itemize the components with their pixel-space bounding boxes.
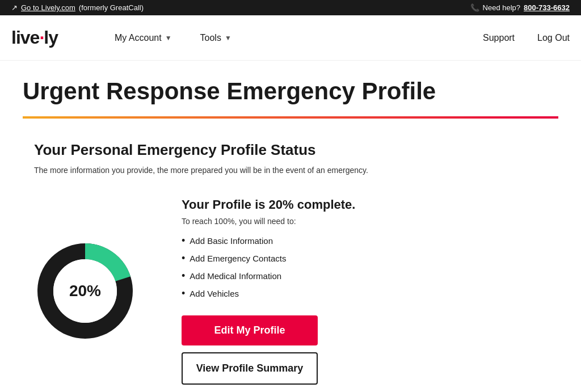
page-header: Urgent Response Emergency Profile (0, 61, 581, 119)
donut-chart: 20% (34, 240, 136, 342)
top-banner-right: 📞 Need help? 800-733-6632 (470, 3, 570, 12)
external-link-icon: ↗ (11, 3, 18, 12)
card-section-title: Your Personal Emergency Profile Status (34, 141, 547, 159)
nav-right: Support Log Out (483, 33, 570, 43)
main-card: Your Personal Emergency Profile Status T… (0, 119, 581, 392)
go-to-lively-link[interactable]: Go to Lively.com (21, 3, 75, 12)
my-account-nav[interactable]: My Account ▼ (115, 33, 172, 43)
logo[interactable]: live·ly (11, 27, 58, 48)
list-item: Add Basic Information (182, 235, 547, 247)
donut-center-label: 20% (69, 282, 101, 300)
navbar: live·ly My Account ▼ Tools ▼ Support Log… (0, 15, 581, 61)
top-banner-left: ↗ Go to Lively.com (formerly GreatCall) (11, 3, 144, 12)
profile-info: Your Profile is 20% complete. To reach 1… (182, 197, 547, 385)
edit-my-profile-button[interactable]: Edit My Profile (182, 315, 318, 345)
card-subtitle: The more information you provide, the mo… (34, 166, 547, 175)
logout-nav[interactable]: Log Out (537, 33, 570, 43)
profile-reach-text: To reach 100%, you will need to: (182, 217, 547, 226)
chevron-down-icon: ▼ (225, 34, 231, 42)
top-banner: ↗ Go to Lively.com (formerly GreatCall) … (0, 0, 581, 15)
list-item: Add Emergency Contacts (182, 252, 547, 264)
list-item: Add Vehicles (182, 288, 547, 300)
tools-nav[interactable]: Tools ▼ (200, 33, 231, 43)
formerly-text: (formerly GreatCall) (79, 3, 144, 12)
page-title: Urgent Response Emergency Profile (23, 78, 558, 116)
phone-icon: 📞 (470, 3, 479, 12)
phone-number-link[interactable]: 800-733-6632 (524, 3, 570, 12)
support-nav[interactable]: Support (483, 33, 515, 43)
chevron-down-icon: ▼ (165, 34, 172, 42)
profile-complete-title: Your Profile is 20% complete. (182, 197, 547, 212)
list-item: Add Medical Information (182, 270, 547, 282)
view-profile-summary-button[interactable]: View Profile Summary (182, 352, 318, 385)
todo-list: Add Basic Information Add Emergency Cont… (182, 235, 547, 300)
nav-links: My Account ▼ Tools ▼ (115, 33, 460, 43)
profile-status-row: 20% Your Profile is 20% complete. To rea… (34, 197, 547, 385)
need-help-text: Need help? (483, 3, 521, 12)
logo-text: live·ly (11, 27, 58, 48)
